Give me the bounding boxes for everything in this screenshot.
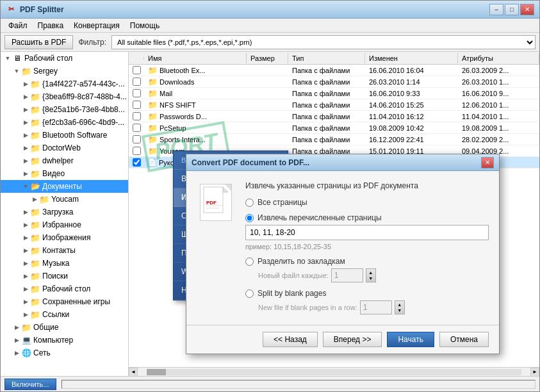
col-header-date[interactable]: Изменен	[365, 53, 458, 63]
new-file-spinner[interactable]: ▲ ▼	[366, 268, 376, 282]
tree-folder-icon: 📁	[21, 322, 31, 332]
tree-item-sergey[interactable]: ▼ 📁 Sergey	[1, 65, 128, 78]
table-row[interactable]: 📁PcSetup Папка с файлами 19.08.2009 10:4…	[129, 122, 539, 134]
radio-listed-input[interactable]	[245, 214, 254, 222]
col-header-name[interactable]: Имя	[144, 53, 247, 63]
tree-folder-icon: 📁	[30, 284, 40, 294]
dialog: Convert PDF document to PDF... ✕ PDF Изв…	[186, 154, 500, 354]
cancel-button[interactable]: Отмена	[439, 332, 489, 347]
radio-blank-group: Split by blank pages New file if blank p…	[245, 289, 489, 314]
horizontal-scrollbar[interactable]: ◄ ►	[129, 367, 539, 376]
tree-folder-icon: 📂	[30, 181, 40, 192]
tree-item-load[interactable]: ▶ 📁 Загрузка	[1, 206, 128, 218]
tree-item-savedgames[interactable]: ▶ 📁 Сохраненные игры	[1, 295, 128, 308]
menu-edit[interactable]: Правка	[33, 20, 69, 31]
maximize-button[interactable]: □	[505, 4, 519, 15]
row-checkbox[interactable]	[129, 146, 144, 156]
row-date: 26.03.2010 1:14	[365, 78, 458, 86]
expand-pdf-button[interactable]: Расшить в PDF	[4, 35, 73, 49]
tree-expand-icon: ▶	[21, 284, 30, 293]
table-row[interactable]: 📁Bluetooth Ex... Папка с файлами 16.06.2…	[129, 65, 539, 76]
forward-button[interactable]: Вперед >>	[323, 332, 382, 347]
window-title: PDF Splitter	[20, 5, 489, 14]
scroll-track[interactable]	[147, 369, 521, 375]
row-attr: 11.04.2010 1...	[458, 112, 539, 121]
blank-pages-spinner[interactable]: ▲ ▼	[395, 300, 405, 314]
tree-item-desktop2[interactable]: ▶ 📁 Рабочий стол	[1, 282, 128, 295]
row-type: Папка с файлами	[288, 135, 365, 144]
tree-item-images[interactable]: ▶ 📁 Изображения	[1, 231, 128, 244]
tree-expand-icon: ▶	[21, 208, 30, 216]
scroll-left-arrow[interactable]: ◄	[129, 368, 138, 377]
new-file-input[interactable]	[331, 268, 363, 282]
radio-blank-input[interactable]	[245, 290, 254, 298]
status-scrollbar[interactable]	[61, 380, 536, 389]
row-checkbox[interactable]	[129, 77, 144, 86]
menu-convert[interactable]: Конвертация	[69, 20, 125, 31]
tree-item-guid4[interactable]: ▶ 📁 {ef2cb3a6-696c-4bd9-...	[1, 116, 128, 129]
table-row[interactable]: 📁Sports Intera... Папка с файлами 16.12.…	[129, 134, 539, 145]
tree-item-computer[interactable]: ▶ 💻 Компьютер	[1, 334, 128, 347]
tree-item-documents[interactable]: ▼ 📂 Документы	[1, 180, 128, 193]
scroll-right-arrow[interactable]: ►	[530, 368, 539, 377]
tree-item-guid1[interactable]: ▶ 📁 {1a4f4227-a574-443c-...	[1, 78, 128, 90]
tree-item-links[interactable]: ▶ 📁 Ссылки	[1, 308, 128, 321]
tree-folder-icon: 📁	[21, 66, 31, 76]
row-checkbox[interactable]	[129, 111, 144, 121]
row-checkbox[interactable]	[129, 123, 144, 133]
scroll-thumb[interactable]	[147, 369, 166, 375]
tree-folder-icon: 📁	[30, 309, 40, 320]
start-button[interactable]: Начать	[387, 332, 434, 347]
dialog-close-button[interactable]: ✕	[481, 157, 494, 168]
dialog-section-title: Извлечь указанные страницы из PDF докуме…	[245, 181, 489, 190]
filter-label: Фильтр:	[78, 38, 106, 47]
tree-expand-icon: ▶	[21, 118, 30, 127]
tree-item-doctorweb[interactable]: ▶ 📁 DoctorWeb	[1, 142, 128, 154]
tree-computer-icon: 💻	[21, 335, 31, 345]
folder-icon: 📁	[148, 124, 158, 133]
table-row[interactable]: 📁Downloads Папка с файлами 26.03.2010 1:…	[129, 76, 539, 88]
tree-item-video[interactable]: ▶ 📁 Видео	[1, 167, 128, 180]
tree-item-label: {3bea6ff9-8c87-488b-4...	[42, 92, 127, 101]
radio-listed-group: Извлечь перечисленные страницы пример: 1…	[245, 213, 489, 250]
menu-help[interactable]: Помощь	[125, 20, 165, 31]
row-checkbox[interactable]	[129, 135, 144, 144]
close-button[interactable]: ✕	[520, 4, 534, 15]
tree-item-network[interactable]: ▶ 🌐 Сеть	[1, 347, 128, 359]
table-row[interactable]: 📁Passwords D... Папка с файлами 11.04.20…	[129, 111, 539, 122]
row-checkbox[interactable]	[129, 65, 144, 75]
include-button[interactable]: Включить...	[4, 379, 56, 390]
table-row[interactable]: 📁NFS SHIFT Папка с файлами 14.06.2010 15…	[129, 99, 539, 111]
tree-folder-icon: 📁	[30, 92, 40, 102]
tree-item-guid3[interactable]: ▶ 📁 {8e25a1b6-73e8-4bb8...	[1, 103, 128, 116]
tree-item-dwhelper[interactable]: ▶ 📁 dwhelper	[1, 154, 128, 167]
tree-item-bluetooth[interactable]: ▶ 📁 Bluetooth Software	[1, 129, 128, 142]
col-header-attr[interactable]: Атрибуты	[458, 53, 539, 63]
menu-file[interactable]: Файл	[3, 20, 33, 31]
col-header-size[interactable]: Размер	[247, 53, 288, 63]
tree-item-favorites[interactable]: ▶ 📁 Избранное	[1, 218, 128, 231]
tree-item-contacts[interactable]: ▶ 📁 Контакты	[1, 244, 128, 257]
tree-item-label: Документы	[42, 182, 82, 191]
tree-item-youcam[interactable]: ▶ 📁 Youcam	[1, 193, 128, 206]
tree-item-desktop[interactable]: ▼ 🖥 Рабочий стол	[1, 52, 128, 65]
left-panel: ▼ 🖥 Рабочий стол ▼ 📁 Sergey ▶ 📁 {1a4f422…	[1, 52, 129, 376]
blank-pages-input[interactable]	[360, 300, 392, 314]
tree-item-label: Рабочий стол	[42, 284, 90, 293]
minimize-button[interactable]: –	[489, 4, 503, 15]
row-checkbox[interactable]	[129, 88, 144, 98]
filter-select[interactable]: All suitable files (*.pdf,*.ps,*.eps,*.e…	[111, 35, 536, 49]
tree-item-music[interactable]: ▶ 📁 Музыка	[1, 257, 128, 270]
col-header-type[interactable]: Тип	[288, 53, 365, 63]
tree-item-guid2[interactable]: ▶ 📁 {3bea6ff9-8c87-488b-4...	[1, 90, 128, 103]
pages-input[interactable]	[245, 225, 489, 240]
row-checkbox[interactable]	[129, 100, 144, 110]
tree-item-search[interactable]: ▶ 📁 Поиски	[1, 270, 128, 282]
tree-item-label: Рабочий стол	[24, 54, 72, 63]
radio-all-input[interactable]	[245, 199, 254, 207]
back-button[interactable]: << Назад	[263, 332, 318, 347]
row-checkbox[interactable]	[129, 158, 144, 167]
tree-item-common[interactable]: ▶ 📁 Общие	[1, 321, 128, 334]
table-row[interactable]: 📁Mail Папка с файлами 16.06.2010 9:33 16…	[129, 88, 539, 99]
radio-bookmarks-input[interactable]	[245, 257, 254, 266]
